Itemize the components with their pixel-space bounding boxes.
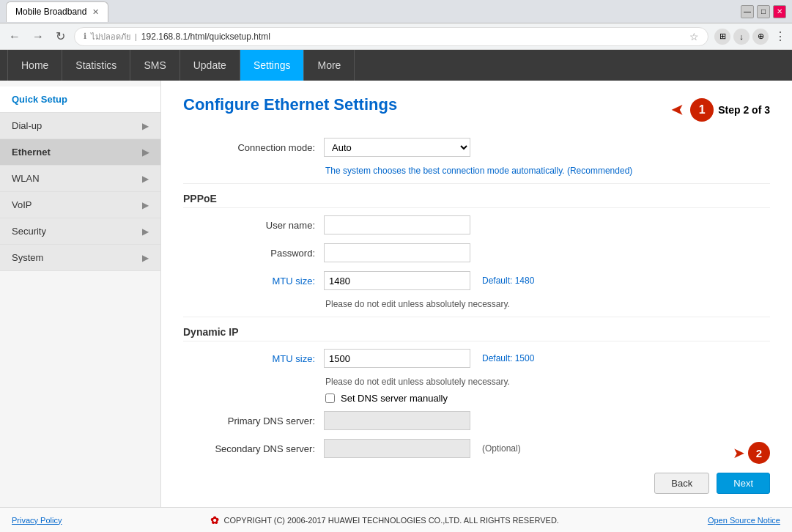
mtu-dip-row: MTU size: Default: 1500 bbox=[183, 349, 770, 368]
window-controls: — □ ✕ bbox=[741, 5, 786, 18]
title-bar: Mobile Broadband ✕ — □ ✕ bbox=[0, 0, 792, 23]
sidebar-item-system[interactable]: System ▶ bbox=[0, 245, 160, 271]
footer: Privacy Policy ✿ COPYRIGHT (C) 2006-2017… bbox=[0, 507, 792, 532]
sidebar: Quick Setup Dial-up ▶ Ethernet ▶ WLAN ▶ … bbox=[0, 81, 161, 507]
password-row: Password: bbox=[183, 243, 770, 262]
maximize-button[interactable]: □ bbox=[757, 5, 770, 18]
open-source-link[interactable]: Open Source Notice bbox=[708, 516, 780, 525]
nav-home[interactable]: Home bbox=[7, 50, 62, 81]
lock-icon: ℹ bbox=[84, 32, 86, 41]
footer-copyright: ✿ COPYRIGHT (C) 2006-2017 HUAWEI TECHNOL… bbox=[210, 514, 558, 526]
address-bar: ← → ↻ ℹ ไม่ปลอดภัย | 192.168.8.1/html/qu… bbox=[0, 23, 792, 50]
next-container: ➤ 2 Next bbox=[717, 473, 770, 494]
mtu-dip-warn: Please do not edit unless absolutely nec… bbox=[325, 377, 770, 387]
browser-tab[interactable]: Mobile Broadband ✕ bbox=[6, 1, 108, 22]
step-badge-2: 2 bbox=[748, 442, 770, 464]
connection-mode-label: Connection mode: bbox=[183, 142, 315, 153]
mtu-dip-default: Default: 1500 bbox=[482, 353, 534, 363]
nav-more[interactable]: More bbox=[304, 50, 355, 81]
mtu-pppoe-default: Default: 1480 bbox=[482, 276, 534, 286]
ext-icon-1: ⊞ bbox=[714, 29, 730, 45]
nav-update[interactable]: Update bbox=[180, 50, 240, 81]
username-input[interactable] bbox=[324, 215, 470, 234]
mtu-pppoe-warn: Please do not edit unless absolutely nec… bbox=[325, 299, 770, 309]
pppoe-header: PPPoE bbox=[183, 193, 770, 208]
main-content: Configure Ethernet Settings ➤ 1 Step 2 o… bbox=[161, 81, 792, 507]
wlan-label: WLAN bbox=[12, 173, 40, 184]
system-label: System bbox=[12, 252, 43, 263]
password-input[interactable] bbox=[324, 243, 470, 262]
sidebar-item-wlan[interactable]: WLAN ▶ bbox=[0, 166, 160, 192]
connection-mode-select[interactable]: Auto PPPoE Dynamic IP Static IP bbox=[324, 138, 470, 157]
step-indicator: ➤ 1 Step 2 of 3 bbox=[671, 98, 770, 122]
url-bar[interactable]: ℹ ไม่ปลอดภัย | 192.168.8.1/html/quickset… bbox=[74, 27, 708, 46]
ethernet-label: Ethernet bbox=[12, 147, 51, 158]
dynamic-ip-header: Dynamic IP bbox=[183, 326, 770, 341]
tab-close-button[interactable]: ✕ bbox=[92, 7, 99, 17]
password-label: Password: bbox=[183, 248, 315, 259]
sidebar-item-quick-setup[interactable]: Quick Setup bbox=[0, 86, 160, 113]
set-dns-row: Set DNS server manually bbox=[325, 393, 770, 404]
huawei-logo: ✿ bbox=[210, 514, 219, 526]
page-title: Configure Ethernet Settings bbox=[183, 95, 397, 114]
extension-icons: ⊞ ↓ ⊕ bbox=[714, 29, 769, 45]
quick-setup-label: Quick Setup bbox=[12, 94, 67, 105]
ext-icon-3: ⊕ bbox=[752, 29, 769, 45]
connection-mode-row: Connection mode: Auto PPPoE Dynamic IP S… bbox=[183, 138, 770, 157]
content-area: Quick Setup Dial-up ▶ Ethernet ▶ WLAN ▶ … bbox=[0, 81, 792, 507]
username-label: User name: bbox=[183, 220, 315, 231]
sidebar-item-dialup[interactable]: Dial-up ▶ bbox=[0, 113, 160, 139]
privacy-policy-link[interactable]: Privacy Policy bbox=[12, 516, 62, 525]
chevron-icon: ▶ bbox=[142, 200, 149, 210]
next-button[interactable]: Next bbox=[717, 473, 770, 494]
mtu-dip-label: MTU size: bbox=[183, 353, 315, 364]
url-prefix: ไม่ปลอดภัย bbox=[91, 30, 130, 43]
back-button[interactable]: Back bbox=[654, 473, 709, 494]
url-separator: | bbox=[135, 32, 137, 41]
mtu-pppoe-label: MTU size: bbox=[183, 276, 315, 287]
minimize-button[interactable]: — bbox=[741, 5, 754, 18]
nav-sms[interactable]: SMS bbox=[130, 50, 180, 81]
buttons-area: Back ➤ 2 Next bbox=[183, 473, 770, 494]
mtu-pppoe-input[interactable] bbox=[324, 271, 470, 290]
tab-title: Mobile Broadband bbox=[15, 7, 86, 17]
main-nav: Home Statistics SMS Update Settings More bbox=[0, 50, 792, 81]
sidebar-item-voip[interactable]: VoIP ▶ bbox=[0, 192, 160, 218]
copyright-text: COPYRIGHT (C) 2006-2017 HUAWEI TECHNOLOG… bbox=[223, 516, 558, 525]
mtu-dip-input[interactable] bbox=[324, 349, 470, 368]
primary-dns-label: Primary DNS server: bbox=[183, 415, 315, 426]
next-step-indicator: ➤ 2 bbox=[733, 442, 770, 464]
chevron-icon: ▶ bbox=[142, 147, 149, 158]
primary-dns-row: Primary DNS server: bbox=[183, 411, 770, 430]
mtu-pppoe-row: MTU size: Default: 1480 bbox=[183, 271, 770, 290]
primary-dns-input[interactable] bbox=[324, 411, 470, 430]
dialup-label: Dial-up bbox=[12, 120, 42, 131]
connection-mode-info: The system chooses the best connection m… bbox=[325, 166, 770, 176]
nav-settings[interactable]: Settings bbox=[240, 50, 305, 81]
browser-menu-button[interactable]: ⋮ bbox=[774, 29, 786, 43]
secondary-dns-row: Secondary DNS server: (Optional) bbox=[183, 439, 770, 458]
chevron-icon: ▶ bbox=[142, 226, 149, 237]
forward-nav-button[interactable]: → bbox=[29, 27, 47, 46]
ext-icon-2: ↓ bbox=[733, 29, 750, 45]
close-button[interactable]: ✕ bbox=[773, 5, 786, 18]
nav-statistics[interactable]: Statistics bbox=[62, 50, 130, 81]
bookmark-icon[interactable]: ☆ bbox=[689, 31, 699, 43]
secondary-dns-label: Secondary DNS server: bbox=[183, 443, 315, 454]
set-dns-label: Set DNS server manually bbox=[341, 393, 448, 404]
sidebar-item-security[interactable]: Security ▶ bbox=[0, 218, 160, 245]
step-arrow-icon: ➤ bbox=[671, 100, 684, 119]
voip-label: VoIP bbox=[12, 199, 32, 210]
secondary-dns-input[interactable] bbox=[324, 439, 470, 458]
step-badge-1: 1 bbox=[690, 98, 714, 122]
username-row: User name: bbox=[183, 215, 770, 234]
sidebar-item-ethernet[interactable]: Ethernet ▶ bbox=[0, 139, 160, 166]
set-dns-checkbox[interactable] bbox=[325, 394, 335, 403]
back-nav-button[interactable]: ← bbox=[6, 27, 23, 46]
step-text: Step 2 of 3 bbox=[718, 104, 770, 116]
chevron-icon: ▶ bbox=[142, 121, 149, 131]
chevron-icon: ▶ bbox=[142, 174, 149, 184]
optional-hint: (Optional) bbox=[482, 443, 521, 454]
reload-button[interactable]: ↻ bbox=[53, 26, 68, 46]
next-arrow-icon: ➤ bbox=[733, 444, 745, 462]
